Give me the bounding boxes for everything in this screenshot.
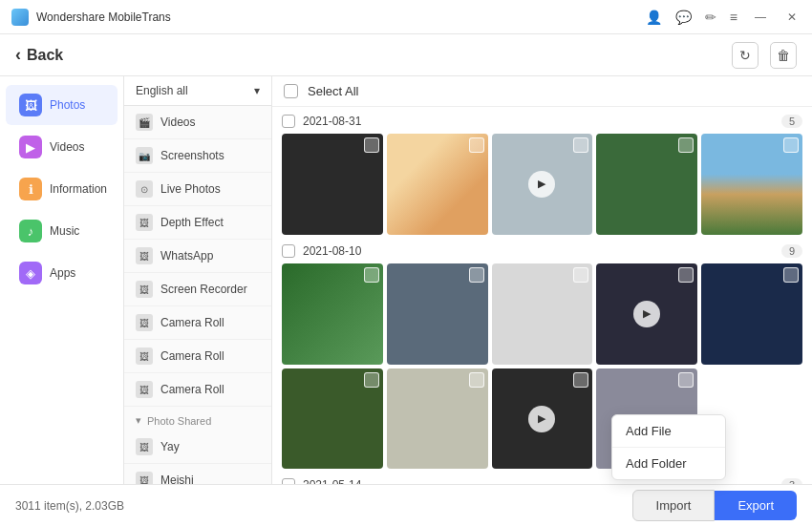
- user-icon[interactable]: 👤: [646, 10, 662, 25]
- photo-panel-header: Select All: [272, 76, 812, 107]
- album-icon-videos: 🎬: [136, 114, 153, 131]
- album-item-depth[interactable]: 🖼 Depth Effect: [124, 206, 271, 240]
- album-item-screenshots[interactable]: 📷 Screenshots: [124, 139, 271, 173]
- play-circle-icon: ▶: [528, 171, 555, 198]
- album-label-livephotos: Live Photos: [160, 182, 221, 196]
- album-icon-cameraroll1: 🖼: [136, 314, 153, 331]
- chat-icon[interactable]: 💬: [675, 10, 692, 25]
- photo-checkbox[interactable]: [783, 267, 799, 283]
- play-circle-icon-2: ▶: [633, 301, 660, 327]
- album-icon-yay: 🖼: [136, 438, 153, 455]
- photo-checkbox[interactable]: [573, 137, 588, 153]
- photo-checkbox[interactable]: [678, 267, 694, 283]
- album-label-videos: Videos: [160, 116, 195, 129]
- photo-checkbox[interactable]: [364, 372, 379, 388]
- apps-icon: ◈: [19, 262, 42, 284]
- photo-checkbox[interactable]: [364, 137, 379, 153]
- titlebar-left: Wondershare MobileTrans: [11, 9, 171, 26]
- section-label-photoshared: Photo Shared: [147, 415, 211, 427]
- photo-cell[interactable]: [701, 134, 802, 235]
- photo-checkbox[interactable]: [573, 267, 588, 283]
- album-panel: English all ▾ 🎬 Videos 📷 Screenshots ⊙ L…: [124, 76, 272, 484]
- date-header-left: 2021-08-31: [282, 115, 361, 128]
- photo-cell[interactable]: [282, 134, 383, 235]
- album-icon-cameraroll3: 🖼: [136, 381, 153, 398]
- album-icon-meishi: 🖼: [136, 472, 153, 484]
- item-count: 3011 item(s), 2.03GB: [15, 499, 124, 513]
- album-item-meishi[interactable]: 🖼 Meishi: [124, 464, 271, 484]
- sidebar-label-videos: Videos: [50, 140, 84, 154]
- context-menu-add-file[interactable]: Add File: [612, 415, 725, 448]
- sidebar-item-photos[interactable]: 🖼 Photos: [6, 85, 118, 125]
- album-item-cameraroll1[interactable]: 🖼 Camera Roll: [124, 306, 271, 340]
- date-header-left-2: 2021-08-10: [282, 244, 361, 258]
- photo-cell[interactable]: ▶: [492, 134, 593, 235]
- videos-icon: ▶: [19, 136, 42, 158]
- photo-cell[interactable]: [282, 368, 383, 470]
- photo-checkbox[interactable]: [783, 137, 799, 153]
- import-button[interactable]: Import: [632, 490, 716, 521]
- photo-cell[interactable]: [387, 263, 488, 365]
- album-icon-depth: 🖼: [136, 214, 153, 231]
- back-arrow-icon: ‹: [15, 45, 21, 65]
- info-icon: ℹ: [19, 178, 42, 200]
- sidebar-item-apps[interactable]: ◈ Apps: [6, 253, 118, 293]
- photo-cell[interactable]: [387, 368, 488, 470]
- context-menu: Add File Add Folder: [611, 414, 726, 480]
- album-label-depth: Depth Effect: [160, 216, 224, 229]
- menu-icon[interactable]: ≡: [730, 10, 737, 25]
- back-button[interactable]: ‹ Back: [15, 45, 63, 65]
- minimize-button[interactable]: —: [751, 9, 770, 26]
- album-item-yay[interactable]: 🖼 Yay: [124, 431, 271, 464]
- date-label-20210810: 2021-08-10: [303, 244, 361, 258]
- export-button[interactable]: Export: [715, 491, 797, 520]
- album-item-whatsapp[interactable]: 🖼 WhatsApp: [124, 240, 271, 273]
- delete-button[interactable]: 🗑: [770, 42, 797, 69]
- album-section-photoshared[interactable]: ▾ Photo Shared: [124, 407, 271, 431]
- language-selector[interactable]: English all ▾: [124, 76, 271, 106]
- photo-cell[interactable]: [596, 134, 697, 235]
- photos-icon: 🖼: [19, 94, 42, 116]
- select-all-checkbox[interactable]: [284, 84, 298, 98]
- sidebar-item-videos[interactable]: ▶ Videos: [6, 127, 118, 167]
- photo-checkbox[interactable]: [364, 267, 379, 283]
- photo-cell[interactable]: [701, 263, 802, 365]
- album-item-screenrecorder[interactable]: 🖼 Screen Recorder: [124, 273, 271, 306]
- refresh-button[interactable]: ↻: [732, 42, 759, 69]
- back-label: Back: [27, 47, 63, 64]
- photo-grid-20210831: ▶: [282, 134, 802, 235]
- album-icon-screenshots: 📷: [136, 147, 153, 164]
- sidebar-label-photos: Photos: [50, 98, 85, 112]
- close-button[interactable]: ✕: [783, 9, 801, 26]
- album-label-meishi: Meishi: [160, 473, 194, 484]
- album-label-cameraroll2: Camera Roll: [160, 349, 224, 363]
- photo-cell[interactable]: [492, 263, 593, 365]
- sidebar-item-information[interactable]: ℹ Information: [6, 169, 118, 209]
- section-arrow: ▾: [136, 414, 141, 427]
- photo-cell[interactable]: [387, 134, 488, 235]
- date-section-20210831: 2021-08-31 5 ▶: [282, 115, 802, 235]
- photo-checkbox[interactable]: [469, 372, 484, 388]
- album-item-cameraroll2[interactable]: 🖼 Camera Roll: [124, 340, 271, 373]
- titlebar: Wondershare MobileTrans 👤 💬 ✏ ≡ — ✕: [0, 0, 812, 34]
- photo-checkbox[interactable]: [573, 372, 588, 388]
- album-item-cameraroll3[interactable]: 🖼 Camera Roll: [124, 373, 271, 407]
- photo-scroll[interactable]: 2021-08-31 5 ▶: [272, 107, 812, 484]
- photo-cell[interactable]: ▶: [596, 263, 697, 365]
- edit-icon[interactable]: ✏: [705, 10, 716, 25]
- album-icon-whatsapp: 🖼: [136, 247, 153, 264]
- date-checkbox-20210831[interactable]: [282, 115, 295, 128]
- sidebar-item-music[interactable]: ♪ Music: [6, 211, 118, 251]
- photo-checkbox[interactable]: [469, 137, 484, 153]
- context-menu-add-folder[interactable]: Add Folder: [612, 448, 725, 479]
- photo-checkbox[interactable]: [678, 372, 694, 388]
- album-label-yay: Yay: [160, 440, 180, 453]
- date-count-20210831: 5: [781, 115, 802, 128]
- photo-checkbox[interactable]: [469, 267, 484, 283]
- photo-cell[interactable]: [282, 263, 383, 365]
- photo-checkbox[interactable]: [678, 137, 694, 153]
- album-item-videos[interactable]: 🎬 Videos: [124, 106, 271, 139]
- date-checkbox-20210810[interactable]: [282, 244, 295, 258]
- photo-cell[interactable]: ▶: [492, 368, 593, 470]
- album-item-livephotos[interactable]: ⊙ Live Photos: [124, 173, 271, 206]
